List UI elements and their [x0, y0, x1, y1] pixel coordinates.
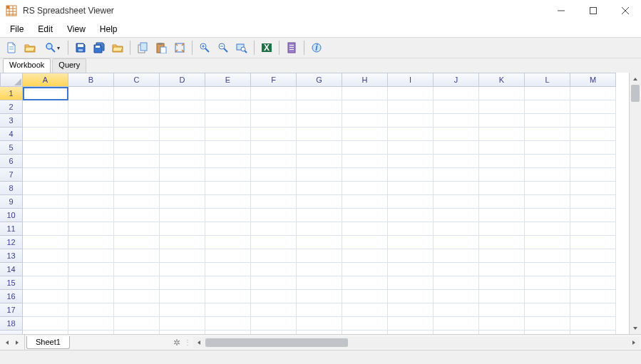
cell[interactable] — [114, 317, 160, 331]
cell[interactable] — [251, 209, 297, 222]
cell[interactable] — [525, 222, 570, 236]
open-folder-2-icon[interactable] — [109, 40, 126, 56]
row-header[interactable]: 3 — [0, 114, 23, 128]
cell[interactable] — [570, 249, 616, 263]
hscroll-thumb[interactable] — [205, 338, 348, 347]
cell[interactable] — [160, 249, 205, 263]
cell[interactable] — [160, 263, 205, 276]
cell[interactable] — [114, 236, 160, 249]
cell[interactable] — [388, 222, 434, 236]
cell[interactable] — [479, 182, 525, 195]
zoom-out-icon[interactable] — [215, 40, 232, 56]
row-header[interactable]: 1 — [0, 87, 23, 100]
cell[interactable] — [160, 303, 205, 317]
cell[interactable] — [160, 128, 205, 141]
cell[interactable] — [570, 290, 616, 303]
cell[interactable] — [297, 100, 342, 114]
cell[interactable] — [297, 128, 342, 141]
cell[interactable] — [434, 128, 479, 141]
cell[interactable] — [479, 168, 525, 182]
cell[interactable] — [68, 236, 114, 249]
cell[interactable] — [388, 182, 434, 195]
cell[interactable] — [23, 249, 68, 263]
copy-sheet-icon[interactable] — [134, 40, 151, 56]
zoom-select-icon[interactable] — [233, 40, 250, 56]
column-header[interactable]: A — [23, 73, 68, 87]
cell[interactable] — [114, 114, 160, 128]
cell[interactable] — [479, 141, 525, 155]
cell[interactable] — [23, 168, 68, 182]
cell[interactable] — [160, 276, 205, 290]
cell[interactable] — [114, 249, 160, 263]
cell[interactable] — [525, 249, 570, 263]
cell[interactable] — [570, 236, 616, 249]
cell[interactable] — [114, 276, 160, 290]
cell[interactable] — [205, 155, 251, 168]
cell[interactable] — [205, 87, 251, 100]
cell[interactable] — [297, 263, 342, 276]
cell[interactable] — [388, 141, 434, 155]
cell[interactable] — [114, 100, 160, 114]
cell[interactable] — [23, 263, 68, 276]
cell[interactable] — [570, 182, 616, 195]
cell[interactable] — [434, 182, 479, 195]
sheet-tab-active[interactable]: Sheet1 — [26, 336, 70, 349]
column-header[interactable]: M — [570, 73, 616, 87]
cell[interactable] — [23, 209, 68, 222]
cell[interactable] — [114, 168, 160, 182]
info-icon[interactable]: i — [308, 40, 325, 56]
cell[interactable] — [342, 303, 388, 317]
close-button[interactable] — [609, 0, 641, 21]
cell[interactable] — [570, 168, 616, 182]
cell[interactable] — [479, 290, 525, 303]
cell[interactable] — [342, 236, 388, 249]
cell[interactable] — [479, 317, 525, 331]
row-header[interactable]: 10 — [0, 209, 23, 222]
cell[interactable] — [434, 303, 479, 317]
cell[interactable] — [251, 155, 297, 168]
cell[interactable] — [570, 317, 616, 331]
cell[interactable] — [342, 263, 388, 276]
cell[interactable] — [388, 317, 434, 331]
cell[interactable] — [297, 114, 342, 128]
column-header[interactable]: D — [160, 73, 205, 87]
scroll-thumb[interactable] — [631, 85, 640, 102]
tab-workbook[interactable]: Workbook — [3, 58, 51, 73]
scroll-right-icon[interactable] — [627, 337, 640, 348]
column-header[interactable]: G — [297, 73, 342, 87]
cell[interactable] — [297, 141, 342, 155]
column-header[interactable]: B — [68, 73, 114, 87]
cell[interactable] — [114, 87, 160, 100]
cell[interactable] — [479, 87, 525, 100]
cell[interactable] — [388, 100, 434, 114]
cell[interactable] — [479, 114, 525, 128]
cell[interactable] — [525, 276, 570, 290]
cell[interactable] — [570, 141, 616, 155]
cell[interactable] — [251, 141, 297, 155]
scroll-up-icon[interactable] — [630, 73, 641, 85]
cell[interactable] — [68, 155, 114, 168]
cell[interactable] — [342, 222, 388, 236]
cell[interactable] — [342, 249, 388, 263]
new-file-icon[interactable] — [3, 40, 20, 56]
cell[interactable] — [251, 222, 297, 236]
cell[interactable] — [525, 155, 570, 168]
cell[interactable] — [68, 182, 114, 195]
cell[interactable] — [342, 317, 388, 331]
cell[interactable] — [388, 155, 434, 168]
cell[interactable] — [160, 168, 205, 182]
cell[interactable] — [68, 317, 114, 331]
cell[interactable] — [205, 128, 251, 141]
cell[interactable] — [525, 195, 570, 209]
cell[interactable] — [68, 100, 114, 114]
cell[interactable] — [479, 155, 525, 168]
cell[interactable] — [570, 87, 616, 100]
sheet-prev-icon[interactable] — [2, 337, 12, 348]
cell[interactable] — [205, 303, 251, 317]
cell[interactable] — [388, 114, 434, 128]
cell[interactable] — [251, 128, 297, 141]
cell[interactable] — [251, 168, 297, 182]
cell[interactable] — [388, 290, 434, 303]
cell[interactable] — [570, 263, 616, 276]
cell[interactable] — [342, 114, 388, 128]
